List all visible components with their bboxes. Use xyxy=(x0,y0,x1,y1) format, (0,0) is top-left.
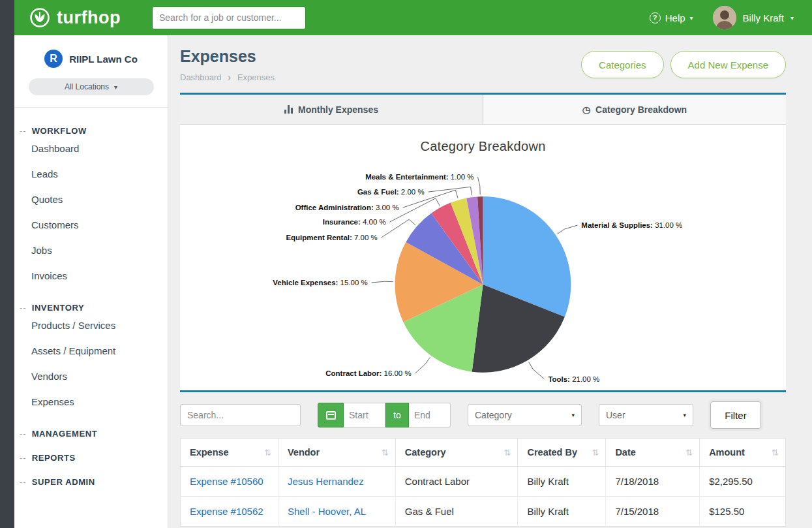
filter-button[interactable]: Filter xyxy=(710,401,761,429)
row-category: Contract Labor xyxy=(395,467,518,497)
calendar-button[interactable] xyxy=(318,403,344,427)
row-date: 7/18/2018 xyxy=(606,467,700,497)
vendor-link[interactable]: Shell - Hoover, AL xyxy=(288,506,366,517)
avatar xyxy=(713,6,736,29)
date-end-input[interactable] xyxy=(409,403,451,427)
sort-icon[interactable]: ⇅ xyxy=(382,448,389,458)
select-arrow-icon: ▾ xyxy=(683,412,686,418)
add-new-expense-button[interactable]: Add New Expense xyxy=(670,51,786,78)
tab-category-breakdown[interactable]: ◷ Category Breakdown xyxy=(483,95,786,124)
tree-dash-icon: -- xyxy=(20,303,27,313)
section-super-admin[interactable]: -- SUPER ADMIN xyxy=(14,477,168,487)
column-header-category[interactable]: Category⇅ xyxy=(395,439,518,467)
tree-dash-icon: -- xyxy=(20,477,27,487)
section-management[interactable]: -- MANAGEMENT xyxy=(14,429,168,439)
category-breakdown-chart: Category Breakdown Material & Supplies: … xyxy=(180,125,786,390)
tab-monthly-expenses[interactable]: Monthly Expenses xyxy=(180,95,483,124)
date-start-input[interactable] xyxy=(344,403,385,427)
row-category: Gas & Fuel xyxy=(395,497,518,527)
expenses-table: Expense⇅ Vendor⇅ Category⇅ Created By⇅ D… xyxy=(180,438,786,527)
sidebar-item-quotes[interactable]: Quotes xyxy=(14,187,168,212)
table-search-input[interactable] xyxy=(180,404,301,426)
table-row: Expense #10560 Jesus Hernandez Contract … xyxy=(181,467,786,497)
user-select[interactable]: User ▾ xyxy=(599,404,693,426)
left-edge-strip xyxy=(0,0,14,528)
pie-label: Equipment Rental: 7.00 % xyxy=(286,234,377,241)
category-select[interactable]: Category ▾ xyxy=(468,404,582,426)
pie-chart: Material & Supplies: 31.00 %Tools: 21.00… xyxy=(180,125,786,390)
breadcrumb-separator-icon: › xyxy=(228,72,231,82)
calendar-icon xyxy=(326,411,336,420)
chart-tabs: Monthly Expenses ◷ Category Breakdown xyxy=(180,95,786,125)
sidebar-item-products-services[interactable]: Products / Services xyxy=(14,313,168,338)
app-root: turfhop ? Help ▾ xyxy=(0,0,812,528)
date-to-label: to xyxy=(385,403,409,427)
sidebar-item-assets-equipment[interactable]: Assets / Equipment xyxy=(14,338,168,364)
brand-logo[interactable]: turfhop xyxy=(29,7,121,29)
company-logo: R xyxy=(44,50,63,68)
column-header-date[interactable]: Date⇅ xyxy=(606,439,700,467)
sidebar-item-customers[interactable]: Customers xyxy=(14,212,168,238)
breadcrumb-dashboard[interactable]: Dashboard xyxy=(180,72,222,82)
breadcrumb-expenses: Expenses xyxy=(237,72,275,82)
date-range-group: to xyxy=(318,403,451,427)
filter-bar: to Category ▾ User ▾ Filter xyxy=(180,392,786,438)
global-search-input[interactable] xyxy=(152,7,306,29)
column-header-amount[interactable]: Amount⇅ xyxy=(700,439,786,467)
sidebar-item-invoices[interactable]: Invoices xyxy=(14,263,168,288)
select-arrow-icon: ▾ xyxy=(571,412,575,418)
sidebar-item-leads[interactable]: Leads xyxy=(14,161,168,187)
expense-link[interactable]: Expense #10562 xyxy=(190,506,263,517)
page-title: Expenses xyxy=(180,47,275,66)
pie-label: Meals & Entertainment: 1.00 % xyxy=(365,173,474,181)
expense-link[interactable]: Expense #10560 xyxy=(190,476,263,487)
sort-icon[interactable]: ⇅ xyxy=(592,448,599,458)
column-header-expense[interactable]: Expense⇅ xyxy=(181,439,278,467)
section-reports[interactable]: -- REPORTS xyxy=(14,453,168,463)
bar-chart-icon xyxy=(284,105,293,114)
turfhop-logo-icon xyxy=(29,7,51,29)
pie-label: Gas & Fuel: 2.00 % xyxy=(357,188,425,196)
pie-label-line xyxy=(478,177,481,194)
tree-dash-icon: -- xyxy=(20,126,27,136)
chevron-down-icon: ▾ xyxy=(114,84,117,91)
pie-label-line xyxy=(372,281,393,283)
section-inventory[interactable]: -- INVENTORY xyxy=(14,303,168,313)
user-name: Billy Kraft xyxy=(743,12,784,23)
pie-label: Tools: 21.00 % xyxy=(548,375,599,383)
vendor-link[interactable]: Jesus Hernandez xyxy=(288,476,364,487)
table-row: Expense #10562 Shell - Hoover, AL Gas & … xyxy=(181,497,786,527)
company-header: R RIIPL Lawn Co xyxy=(14,35,168,68)
sort-icon[interactable]: ⇅ xyxy=(504,448,511,458)
pie-label: Vehicle Expenses: 15.00 % xyxy=(273,279,367,287)
top-bar: turfhop ? Help ▾ xyxy=(14,0,812,35)
row-date: 7/15/2018 xyxy=(606,497,700,527)
sort-icon[interactable]: ⇅ xyxy=(685,448,693,458)
help-menu[interactable]: ? Help ▾ xyxy=(650,12,693,23)
pie-label-line xyxy=(529,362,545,379)
chevron-down-icon: ▾ xyxy=(790,14,794,22)
sidebar-item-jobs[interactable]: Jobs xyxy=(14,238,168,263)
pie-label: Office Administration: 3.00 % xyxy=(295,204,399,211)
tree-dash-icon: -- xyxy=(20,453,27,463)
user-menu[interactable]: Billy Kraft ▾ xyxy=(713,6,794,29)
sidebar-item-expenses[interactable]: Expenses xyxy=(14,389,168,414)
table-header-row: Expense⇅ Vendor⇅ Category⇅ Created By⇅ D… xyxy=(181,439,786,467)
column-header-vendor[interactable]: Vendor⇅ xyxy=(278,439,395,467)
location-selector[interactable]: All Locations ▾ xyxy=(29,78,154,95)
pie-label: Material & Supplies: 31.00 % xyxy=(581,221,682,229)
help-icon: ? xyxy=(650,12,661,23)
sidebar-item-vendors[interactable]: Vendors xyxy=(14,364,168,389)
categories-button[interactable]: Categories xyxy=(581,51,664,78)
sidebar-item-dashboard[interactable]: Dashboard xyxy=(14,136,168,161)
section-workflow[interactable]: -- WORKFLOW xyxy=(14,126,168,136)
pie-label: Contract Labor: 16.00 % xyxy=(325,369,411,377)
column-header-created-by[interactable]: Created By⇅ xyxy=(518,439,606,467)
row-created-by: Billy Kraft xyxy=(518,467,606,497)
company-name: RIIPL Lawn Co xyxy=(69,54,138,65)
pie-label-line xyxy=(429,187,472,195)
row-amount: $125.50 xyxy=(700,497,786,527)
pie-label-line xyxy=(557,225,577,234)
sort-icon[interactable]: ⇅ xyxy=(772,448,779,458)
sort-icon[interactable]: ⇅ xyxy=(264,448,271,458)
